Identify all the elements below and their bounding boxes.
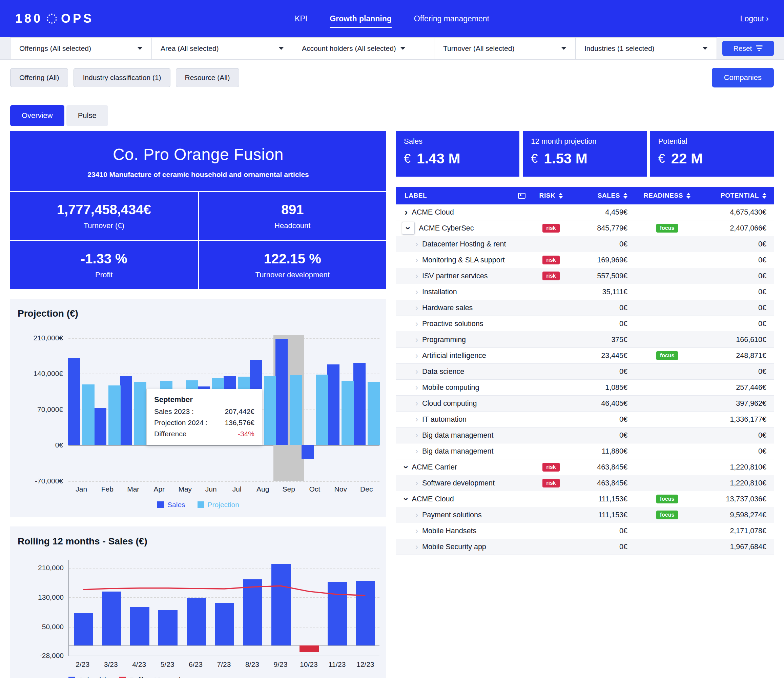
- chevron-right-icon[interactable]: ›: [415, 288, 418, 295]
- filter-chip-industry[interactable]: Industry classification (1): [73, 68, 170, 87]
- nav-item-growth-planning[interactable]: Growth planning: [330, 14, 392, 23]
- table-row[interactable]: ›Data science0€0€: [396, 364, 774, 380]
- table-row[interactable]: ›Mobile Security app0€1,967,684€: [396, 539, 774, 555]
- filter-chip-resource[interactable]: Resource (All): [176, 68, 239, 87]
- filter-dropdown-offerings[interactable]: Offerings (All selected): [10, 37, 152, 59]
- bar-projection[interactable]: [290, 375, 302, 445]
- nav-item-kpi[interactable]: KPI: [295, 14, 307, 23]
- reset-button[interactable]: Reset: [722, 41, 774, 56]
- sort-up-icon: [686, 193, 691, 195]
- bar-projection[interactable]: [264, 376, 276, 446]
- nav-item-offering-management[interactable]: Offering management: [414, 14, 489, 23]
- chevron-down-icon[interactable]: ›: [405, 226, 412, 229]
- expand-toggle[interactable]: ›: [402, 222, 415, 235]
- table-row[interactable]: ›ACME Cloud4,459€4,675,430€: [396, 204, 774, 220]
- table-row[interactable]: ›IT automation0€1,336,177€: [396, 411, 774, 427]
- companies-button[interactable]: Companies: [712, 68, 774, 87]
- chevron-right-icon[interactable]: ›: [415, 448, 418, 455]
- sort-icon[interactable]: [624, 193, 627, 199]
- filter-dropdown-area[interactable]: Area (All selected): [152, 37, 293, 59]
- row-label-cell: ›Installation: [396, 288, 532, 296]
- chevron-right-icon[interactable]: ›: [415, 352, 418, 359]
- chevron-right-icon[interactable]: ›: [415, 304, 418, 311]
- bar-projection[interactable]: [316, 375, 328, 445]
- chevron-right-icon[interactable]: ›: [415, 257, 418, 263]
- filter-dropdown-account[interactable]: Account holders (All selected): [293, 37, 434, 59]
- table-row[interactable]: ›Hardware sales0€0€: [396, 300, 774, 316]
- chevron-right-icon[interactable]: ›: [415, 543, 418, 550]
- bar-projection[interactable]: [134, 382, 146, 445]
- row-potential-value: 166,610€: [703, 336, 774, 344]
- chevron-right-icon[interactable]: ›: [415, 320, 418, 327]
- chevron-right-icon[interactable]: ›: [415, 273, 418, 279]
- col-header-readiness[interactable]: READINESS: [632, 192, 703, 200]
- chevron-right-icon[interactable]: ›: [415, 336, 418, 343]
- table-row[interactable]: ›Big data management0€0€: [396, 427, 774, 443]
- chevron-right-icon[interactable]: ›: [415, 400, 418, 407]
- bar-sales[interactable]: [94, 408, 106, 445]
- chevron-right-icon[interactable]: ›: [415, 368, 418, 375]
- bar-projection[interactable]: [109, 385, 121, 446]
- chevron-right-icon[interactable]: ›: [415, 511, 418, 518]
- bar-sales[interactable]: [68, 358, 80, 445]
- company-stat: 1,777,458,434€Turnover (€): [10, 192, 198, 240]
- legend-item: Sales (€): [68, 676, 107, 678]
- filter-chip-offering[interactable]: Offering (All): [10, 68, 68, 87]
- filter-dropdown-turnover[interactable]: Turnover (All selected): [434, 37, 576, 59]
- table-row[interactable]: ›ISV partner servicesrisk557,509€0€: [396, 268, 774, 284]
- row-sales-value: 111,153€: [571, 495, 632, 503]
- col-header-potential[interactable]: POTENTIAL: [703, 192, 774, 200]
- chevron-right-icon[interactable]: ›: [415, 384, 418, 391]
- row-label: Data science: [422, 368, 464, 376]
- col-header-risk[interactable]: RISK: [532, 192, 571, 200]
- row-potential-value: 0€: [703, 320, 774, 328]
- chevron-down-icon[interactable]: ›: [403, 497, 410, 500]
- table-row[interactable]: ›ACME Cloud111,153€focus13,737,036€: [396, 491, 774, 507]
- y-axis-label: -28,000: [40, 652, 64, 660]
- tab-overview[interactable]: Overview: [10, 105, 64, 126]
- table-row[interactable]: ›Artificial intelligence23,445€focus248,…: [396, 348, 774, 364]
- row-label: Cloud computing: [422, 399, 477, 408]
- bar-projection[interactable]: [368, 382, 380, 445]
- chevron-right-icon[interactable]: ›: [415, 416, 418, 423]
- chevron-down-icon[interactable]: ›: [403, 466, 410, 469]
- table-row[interactable]: ›Payment solutions111,153€focus9,598,274…: [396, 507, 774, 523]
- table-row[interactable]: ›Big data management11,880€0€: [396, 443, 774, 459]
- filter-dropdown-industries[interactable]: Industries (1 selected): [576, 37, 717, 59]
- bar-sales[interactable]: [120, 376, 132, 446]
- row-label: Proactive solutions: [422, 320, 483, 328]
- bar-projection[interactable]: [82, 384, 95, 446]
- company-stat: 122.15 %Turnover development: [199, 241, 387, 289]
- table-row[interactable]: ›ACME Carrierrisk463,845€1,220,810€: [396, 459, 774, 475]
- bar-sales[interactable]: [302, 445, 314, 458]
- table-row[interactable]: ›Software developmentrisk463,845€1,220,8…: [396, 475, 774, 491]
- focus-badge: focus: [656, 495, 678, 503]
- chevron-right-icon[interactable]: ›: [404, 209, 408, 216]
- row-readiness-cell: focus: [632, 511, 703, 519]
- table-row[interactable]: ›Proactive solutions0€0€: [396, 316, 774, 332]
- col-header-sales[interactable]: SALES: [571, 192, 632, 200]
- table-row[interactable]: ›Mobile Handsets0€2,171,078€: [396, 523, 774, 539]
- table-row[interactable]: ›Installation35,111€0€: [396, 284, 774, 300]
- image-icon[interactable]: [518, 193, 526, 199]
- chevron-right-icon[interactable]: ›: [415, 432, 418, 439]
- bar-sales[interactable]: [275, 339, 288, 445]
- sort-icon[interactable]: [762, 193, 766, 199]
- table-row[interactable]: ›Programming375€166,610€: [396, 332, 774, 348]
- row-label-cell: ›Datacenter Hosting & rent: [396, 240, 532, 248]
- table-row[interactable]: ›ACME CyberSecrisk845,779€focus2,407,066…: [396, 220, 774, 236]
- bar-sales[interactable]: [353, 363, 366, 445]
- sort-icon[interactable]: [559, 193, 563, 199]
- table-row[interactable]: ›Mobile computing1,085€257,446€: [396, 380, 774, 396]
- chevron-right-icon[interactable]: ›: [415, 527, 418, 534]
- tab-pulse[interactable]: Pulse: [67, 105, 108, 126]
- chevron-right-icon[interactable]: ›: [415, 480, 418, 486]
- table-row[interactable]: ›Datacenter Hosting & rent0€0€: [396, 236, 774, 252]
- table-row[interactable]: ›Cloud computing46,405€397,962€: [396, 396, 774, 411]
- table-row[interactable]: ›Monitoring & SLA supportrisk169,969€0€: [396, 252, 774, 268]
- logout-link[interactable]: Logout ›: [740, 14, 769, 23]
- bar-sales[interactable]: [327, 365, 339, 445]
- chevron-right-icon[interactable]: ›: [415, 241, 418, 248]
- bar-projection[interactable]: [342, 381, 354, 445]
- sort-icon[interactable]: [686, 193, 691, 199]
